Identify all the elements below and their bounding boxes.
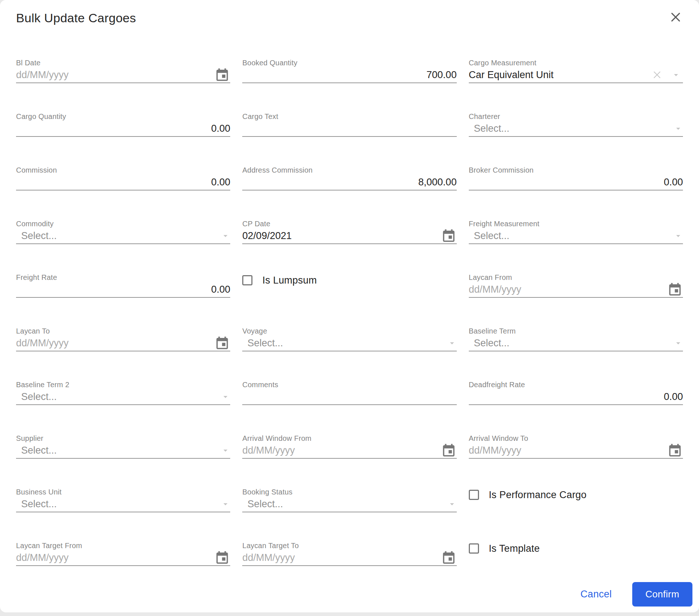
chevron-down-icon[interactable]: [447, 499, 457, 509]
field-freight-measurement: Freight Measurement Select...: [469, 219, 683, 273]
chevron-down-icon[interactable]: [671, 70, 681, 80]
cargo-text-input[interactable]: [242, 121, 456, 137]
field-label: Comments: [242, 380, 456, 389]
chevron-down-icon[interactable]: [221, 231, 230, 240]
select-placeholder: Select...: [242, 338, 283, 349]
broker-commission-input[interactable]: 0.00: [469, 174, 683, 190]
cargo-quantity-input[interactable]: 0.00: [16, 121, 230, 137]
field-label: CP Date: [242, 219, 456, 228]
calendar-icon[interactable]: [441, 442, 457, 458]
select-placeholder: Select...: [469, 338, 510, 349]
chevron-down-icon[interactable]: [673, 231, 683, 240]
field-supplier: Supplier Select...: [16, 434, 230, 488]
chevron-down-icon[interactable]: [447, 338, 457, 348]
field-label: Commodity: [16, 219, 230, 228]
input-placeholder: dd/MM/yyyy: [242, 552, 295, 563]
calendar-icon[interactable]: [214, 550, 230, 566]
field-arrival-window-from: Arrival Window From dd/MM/yyyy: [242, 434, 456, 488]
field-laycan-from: Laycan From dd/MM/yyyy: [469, 273, 683, 327]
address-commission-input[interactable]: 8,000.00: [242, 174, 456, 190]
chevron-down-icon[interactable]: [221, 499, 230, 509]
clear-icon[interactable]: [651, 69, 663, 81]
chevron-down-icon[interactable]: [221, 446, 230, 455]
freight-measurement-select[interactable]: Select...: [469, 228, 683, 244]
commission-input[interactable]: 0.00: [16, 174, 230, 190]
booked-quantity-input[interactable]: 700.00: [242, 67, 456, 83]
input-value: 0.00: [211, 123, 231, 134]
input-value: 02/09/2021: [242, 230, 291, 242]
cancel-button[interactable]: Cancel: [580, 589, 612, 600]
baseline-term-2-select[interactable]: Select...: [16, 389, 230, 405]
field-booking-status: Booking Status Select...: [242, 488, 456, 541]
checkbox-icon[interactable]: [242, 275, 252, 285]
cp-date-input[interactable]: 02/09/2021: [242, 228, 456, 244]
is-lumpsum-checkbox[interactable]: Is Lumpsum: [242, 273, 456, 288]
supplier-select[interactable]: Select...: [16, 443, 230, 459]
field-commission: Commission 0.00: [16, 166, 230, 219]
booking-status-select[interactable]: Select...: [242, 496, 456, 512]
calendar-icon[interactable]: [214, 335, 230, 351]
bulk-update-cargoes-dialog: Bulk Update Cargoes Bl Date dd/MM/yyyy B…: [0, 0, 699, 612]
field-label: Baseline Term 2: [16, 380, 230, 389]
cargo-measurement-select[interactable]: Car Equivalent Unit: [469, 67, 683, 83]
deadfreight-rate-input[interactable]: 0.00: [469, 389, 683, 405]
bl-date-input[interactable]: dd/MM/yyyy: [16, 67, 230, 83]
field-label: Bl Date: [16, 58, 230, 67]
chevron-down-icon[interactable]: [673, 124, 683, 133]
is-performance-cargo-checkbox[interactable]: Is Performance Cargo: [469, 488, 683, 502]
laycan-from-input[interactable]: dd/MM/yyyy: [469, 282, 683, 298]
select-placeholder: Select...: [469, 230, 510, 242]
select-placeholder: Select...: [16, 445, 57, 456]
laycan-target-from-input[interactable]: dd/MM/yyyy: [16, 550, 230, 566]
field-baseline-term-2: Baseline Term 2 Select...: [16, 380, 230, 434]
field-cargo-measurement: Cargo Measurement Car Equivalent Unit: [469, 58, 683, 112]
field-label: Arrival Window To: [469, 434, 683, 443]
close-button[interactable]: [668, 10, 683, 25]
arrival-window-from-input[interactable]: dd/MM/yyyy: [242, 443, 456, 459]
input-placeholder: dd/MM/yyyy: [242, 445, 295, 456]
input-value: 0.00: [664, 391, 683, 403]
laycan-target-to-input[interactable]: dd/MM/yyyy: [242, 550, 456, 566]
field-arrival-window-to: Arrival Window To dd/MM/yyyy: [469, 434, 683, 488]
chevron-down-icon[interactable]: [673, 338, 683, 348]
is-template-checkbox[interactable]: Is Template: [469, 541, 683, 556]
field-cargo-text: Cargo Text: [242, 112, 456, 166]
field-booked-quantity: Booked Quantity 700.00: [242, 58, 456, 112]
field-label: Supplier: [16, 434, 230, 443]
calendar-icon[interactable]: [667, 442, 683, 458]
arrival-window-to-input[interactable]: dd/MM/yyyy: [469, 443, 683, 459]
field-address-commission: Address Commission 8,000.00: [242, 166, 456, 219]
comments-input[interactable]: [242, 389, 456, 405]
field-label: Laycan Target From: [16, 541, 230, 550]
field-label: Commission: [16, 166, 230, 174]
input-value: 0.00: [664, 177, 683, 188]
field-cargo-quantity: Cargo Quantity 0.00: [16, 112, 230, 166]
voyage-select[interactable]: Select...: [242, 335, 456, 351]
checkbox-icon[interactable]: [469, 490, 479, 500]
field-label: Cargo Quantity: [16, 112, 230, 121]
input-placeholder: dd/MM/yyyy: [469, 284, 521, 295]
chevron-down-icon[interactable]: [221, 392, 230, 401]
field-freight-rate: Freight Rate 0.00: [16, 273, 230, 327]
calendar-icon[interactable]: [441, 228, 457, 244]
input-placeholder: dd/MM/yyyy: [469, 445, 521, 456]
checkbox-label: Is Template: [489, 543, 540, 554]
dialog-title: Bulk Update Cargoes: [16, 10, 683, 26]
charterer-select[interactable]: Select...: [469, 121, 683, 137]
calendar-icon[interactable]: [667, 281, 683, 297]
field-label: Business Unit: [16, 488, 230, 496]
checkbox-icon[interactable]: [469, 543, 479, 554]
freight-rate-input[interactable]: 0.00: [16, 282, 230, 298]
input-placeholder: dd/MM/yyyy: [16, 69, 69, 81]
calendar-icon[interactable]: [214, 67, 230, 83]
calendar-icon[interactable]: [441, 550, 457, 566]
input-value: 0.00: [211, 284, 231, 295]
confirm-button[interactable]: Confirm: [632, 582, 692, 607]
field-label: Laycan To: [16, 327, 230, 335]
commodity-select[interactable]: Select...: [16, 228, 230, 244]
dialog-header: Bulk Update Cargoes: [16, 10, 683, 26]
business-unit-select[interactable]: Select...: [16, 496, 230, 512]
laycan-to-input[interactable]: dd/MM/yyyy: [16, 335, 230, 351]
baseline-term-select[interactable]: Select...: [469, 335, 683, 351]
field-voyage: Voyage Select...: [242, 327, 456, 380]
